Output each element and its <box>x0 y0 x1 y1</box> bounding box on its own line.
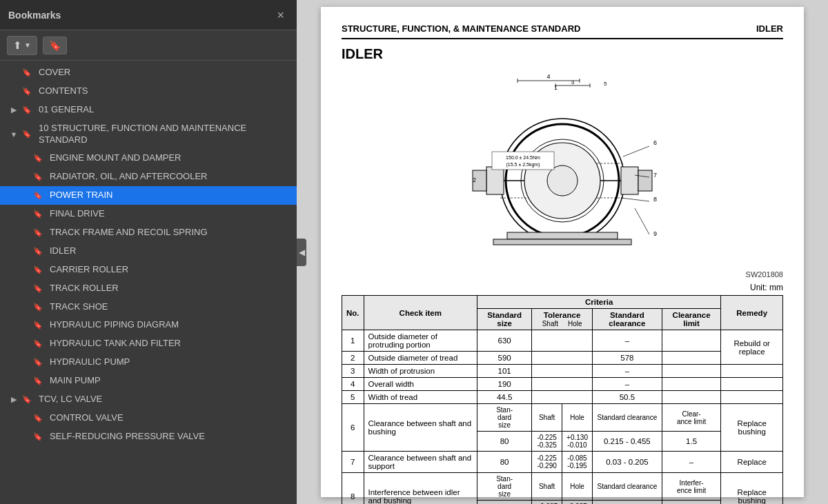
sidebar-item-track-shoe[interactable]: 🔖TRACK SHOE <box>0 298 297 316</box>
col-no: No. <box>342 296 364 330</box>
svg-text:7: 7 <box>653 172 657 179</box>
col-check-item: Check item <box>364 296 477 330</box>
bookmark-list: 🔖COVER🔖CONTENTS▶🔖01 GENERAL▼🔖10 STRUCTUR… <box>0 61 297 504</box>
svg-text:9: 9 <box>653 230 657 237</box>
col-std-size: Standard size <box>477 309 532 330</box>
sidebar-item-cover[interactable]: 🔖COVER <box>0 63 297 82</box>
collapse-sidebar-button[interactable]: ◀ <box>297 239 306 266</box>
table-row: 2 Outside diameter of tread 590 578 <box>342 352 783 365</box>
sidebar-item-label: TRACK ROLLER <box>50 283 288 294</box>
svg-rect-37 <box>507 232 618 239</box>
cursor-icon: ⬆ <box>13 39 22 52</box>
table-row: 3 Width of protrusion 101 – <box>342 365 783 378</box>
svg-text:(15.5 ± 2.5kgm): (15.5 ± 2.5kgm) <box>506 162 540 168</box>
doc-header-right: IDLER <box>756 23 783 34</box>
bookmark-add-button[interactable]: 🔖 <box>43 37 67 54</box>
sidebar-item-carrier-roller[interactable]: 🔖CARRIER ROLLER <box>0 261 297 279</box>
svg-point-23 <box>547 165 578 196</box>
figure-caption: SW201808 <box>342 270 783 279</box>
sidebar-item-label: IDLER <box>50 245 288 257</box>
sidebar-item-label: CONTROL VALVE <box>50 412 288 424</box>
bookmark-item-icon: 🔖 <box>33 247 44 256</box>
svg-rect-17 <box>486 167 504 194</box>
idler-diagram-svg: 4 3 5 <box>452 70 673 263</box>
sidebar-item-label: RADIATOR, OIL, AND AFTERCOOLER <box>50 171 288 183</box>
bookmark-item-icon: 🔖 <box>33 303 44 312</box>
sidebar-item-hydraulic-pump[interactable]: 🔖HYDRAULIC PUMP <box>0 353 297 372</box>
sidebar-item-hydraulic-tank[interactable]: 🔖HYDRAULIC TANK AND FILTER <box>0 334 297 353</box>
unit-label: Unit: mm <box>342 283 783 292</box>
sidebar-item-label: MAIN PUMP <box>50 375 288 387</box>
expand-icon: ▼ <box>8 130 19 139</box>
sidebar-item-idler[interactable]: 🔖IDLER <box>0 242 297 261</box>
sidebar-header: Bookmarks × <box>0 0 297 30</box>
doc-header-left: STRUCTURE, FUNCTION, & MAINTENANCE STAND… <box>342 23 580 34</box>
sidebar-item-control-valve[interactable]: 🔖CONTROL VALVE <box>0 409 297 427</box>
sidebar-item-label: 10 STRUCTURE, FUNCTION AND MAINTENANCE S… <box>39 123 288 146</box>
close-button[interactable]: × <box>273 8 288 23</box>
sidebar-item-radiator[interactable]: 🔖RADIATOR, OIL, AND AFTERCOOLER <box>0 168 297 186</box>
sidebar-item-label: ENGINE MOUNT AND DAMPER <box>50 152 288 164</box>
expand-icon: ▶ <box>8 105 19 114</box>
sidebar-item-label: FINAL DRIVE <box>50 208 288 220</box>
bookmark-item-icon: 🔖 <box>33 284 44 293</box>
sidebar-item-label: CONTENTS <box>39 85 288 97</box>
sidebar-item-engine-mount[interactable]: 🔖ENGINE MOUNT AND DAMPER <box>0 149 297 168</box>
svg-rect-38 <box>493 239 631 245</box>
bookmark-item-icon: 🔖 <box>33 210 44 219</box>
bookmark-item-icon: 🔖 <box>33 191 44 200</box>
sidebar: Bookmarks × ⬆ ▼ 🔖 🔖COVER🔖CONTENTS▶🔖01 GE… <box>0 0 297 504</box>
sidebar-item-self-reducing[interactable]: 🔖SELF-REDUCING PRESSURE VALVE <box>0 427 297 446</box>
sidebar-item-track-roller[interactable]: 🔖TRACK ROLLER <box>0 279 297 298</box>
bookmark-item-icon: 🔖 <box>22 68 33 77</box>
idler-figure: 4 3 5 <box>342 70 783 263</box>
svg-text:4: 4 <box>546 73 550 80</box>
section-title: IDLER <box>342 46 783 62</box>
bookmark-item-icon: 🔖 <box>22 130 33 139</box>
sidebar-item-power-train[interactable]: 🔖POWER TRAIN <box>0 186 297 205</box>
bookmark-item-icon: 🔖 <box>33 339 44 348</box>
svg-rect-19 <box>621 167 638 194</box>
bookmark-item-icon: 🔖 <box>33 154 44 163</box>
svg-text:1: 1 <box>554 84 558 91</box>
sidebar-item-label: TRACK FRAME AND RECOIL SPRING <box>50 227 288 239</box>
sidebar-item-final-drive[interactable]: 🔖FINAL DRIVE <box>0 205 297 223</box>
bookmark-item-icon: 🔖 <box>33 265 44 274</box>
bookmark-item-icon: 🔖 <box>22 395 33 404</box>
sidebar-item-tcv-lc[interactable]: ▶🔖TCV, LC VALVE <box>0 390 297 409</box>
sidebar-item-01-general[interactable]: ▶🔖01 GENERAL <box>0 101 297 119</box>
bookmark-item-icon: 🔖 <box>33 321 44 330</box>
table-row: 7 Clearance between shaft and support 80… <box>342 452 783 473</box>
sidebar-item-main-pump[interactable]: 🔖MAIN PUMP <box>0 372 297 390</box>
sidebar-item-label: HYDRAULIC PUMP <box>50 356 288 368</box>
sidebar-item-track-frame[interactable]: 🔖TRACK FRAME AND RECOIL SPRING <box>0 223 297 242</box>
sidebar-item-label: COVER <box>39 67 288 79</box>
table-row: 5 Width of tread 44.5 50.5 <box>342 391 783 404</box>
sidebar-item-label: HYDRAULIC TANK AND FILTER <box>50 338 288 350</box>
main-content: STRUCTURE, FUNCTION, & MAINTENANCE STAND… <box>297 0 828 504</box>
sidebar-item-label: POWER TRAIN <box>50 190 288 201</box>
sidebar-item-contents[interactable]: 🔖CONTENTS <box>0 82 297 101</box>
bookmark-item-icon: 🔖 <box>33 432 44 441</box>
sidebar-item-hydraulic-piping[interactable]: 🔖HYDRAULIC PIPING DIAGRAM <box>0 316 297 334</box>
bookmark-item-icon: 🔖 <box>33 228 44 237</box>
col-std-clearance: Standard clearance <box>592 309 662 330</box>
bookmark-icon: 🔖 <box>49 40 61 51</box>
maintenance-table: No. Check item Criteria Remedy Standard … <box>342 295 783 504</box>
svg-text:3: 3 <box>571 79 575 85</box>
expand-icon: ▶ <box>8 395 19 404</box>
svg-text:6: 6 <box>653 139 657 146</box>
bookmark-nav-button[interactable]: ⬆ ▼ <box>7 36 37 55</box>
sidebar-title: Bookmarks <box>8 10 61 21</box>
bookmark-item-icon: 🔖 <box>33 414 44 423</box>
table-row: 8 Interference between idler and bushing… <box>342 473 783 501</box>
sidebar-item-10-sfms[interactable]: ▼🔖10 STRUCTURE, FUNCTION AND MAINTENANCE… <box>0 119 297 150</box>
table-row: 1 Outside diameter of protruding portion… <box>342 330 783 352</box>
chevron-down-icon: ▼ <box>24 41 31 49</box>
bookmark-item-icon: 🔖 <box>33 376 44 385</box>
bookmark-item-icon: 🔖 <box>33 358 44 367</box>
sidebar-item-label: TRACK SHOE <box>50 301 288 313</box>
sidebar-item-label: CARRIER ROLLER <box>50 264 288 276</box>
sidebar-item-label: HYDRAULIC PIPING DIAGRAM <box>50 319 288 331</box>
sidebar-item-label: 01 GENERAL <box>39 104 288 116</box>
